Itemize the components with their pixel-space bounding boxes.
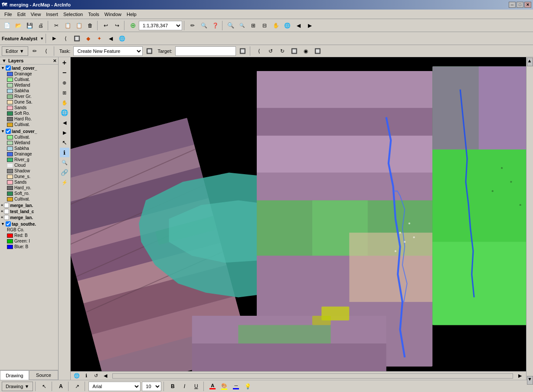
zoom-in-tool[interactable]: 🔍	[226, 20, 236, 31]
delete-btn[interactable]: 🗑	[85, 20, 95, 31]
layers-expand-icon[interactable]: ▼	[2, 58, 7, 63]
text-btn[interactable]: A	[56, 381, 66, 392]
help-btn[interactable]: ❓	[210, 20, 220, 31]
minimize-button[interactable]: ─	[509, 2, 516, 8]
land-cover-1-row[interactable]: ▼ land_cover_	[0, 65, 58, 71]
zoom-out-btn[interactable]: −	[60, 68, 69, 78]
info-status-btn[interactable]: ℹ	[82, 372, 91, 380]
fa-btn6[interactable]: ◀	[105, 33, 116, 44]
snap-btn6[interactable]: 🔲	[312, 46, 323, 56]
window-controls[interactable]: ─ □ ✕	[509, 2, 531, 8]
drawing-dropdown-btn[interactable]: Drawing ▼	[2, 382, 33, 391]
layer-hard-ro-2[interactable]: Hard_ro.	[6, 185, 58, 191]
expand-icon-2[interactable]: ▼	[1, 129, 5, 133]
tab-source[interactable]: Source	[29, 370, 58, 380]
merge-land-1-row[interactable]: + merge_lan.	[0, 202, 58, 208]
cut-btn[interactable]: ✂	[51, 20, 62, 31]
layer-red[interactable]: Red: B	[6, 233, 58, 238]
layer-soft-ro-2[interactable]: Soft_ro.	[6, 191, 58, 196]
fa-dropdown-arrow[interactable]: ▼	[40, 36, 44, 41]
layer-wetland-1[interactable]: Wetland	[6, 82, 58, 88]
expand-icon-ts[interactable]: ▼	[1, 222, 5, 226]
menu-edit[interactable]: Edit	[15, 11, 28, 18]
snap-btn1[interactable]: ⟨	[254, 46, 264, 56]
snap-btn3[interactable]: ↻	[277, 46, 288, 56]
forward-map-btn[interactable]: ▶	[60, 128, 69, 137]
find-map-btn[interactable]: 🔍	[60, 158, 69, 167]
layer-cultivat-gold-1[interactable]: Cultivat.	[6, 122, 58, 127]
snap-btn4[interactable]: 🔲	[289, 46, 299, 56]
undo-btn[interactable]: ↩	[101, 20, 111, 31]
full-extent-btn[interactable]: 🌐	[282, 20, 292, 31]
full-extent-map-btn[interactable]: ⊕	[60, 78, 69, 87]
globe-map-btn[interactable]: 🌐	[60, 108, 69, 117]
callout-btn[interactable]: ↗	[72, 381, 82, 392]
vscroll-down-btn[interactable]: ▼	[527, 376, 533, 380]
font-size-select[interactable]: 10	[142, 382, 161, 391]
target-input[interactable]	[175, 46, 236, 56]
layer-hard-ro-1[interactable]: Hard Ro.	[6, 116, 58, 122]
layer-river-g-2[interactable]: River_g	[6, 157, 58, 162]
font-select[interactable]: Arial	[88, 382, 141, 391]
shadow-btn[interactable]: 💡	[242, 381, 253, 392]
menu-insert[interactable]: Insert	[43, 11, 61, 18]
menu-window[interactable]: Window	[102, 11, 124, 18]
refresh-status-btn[interactable]: ↺	[92, 372, 100, 380]
add-data-btn[interactable]: ⊕	[128, 20, 138, 31]
globe-status-btn[interactable]: 🌐	[72, 372, 81, 380]
fa-btn3[interactable]: 🔲	[72, 33, 82, 44]
fill-color-btn[interactable]: 🎨	[219, 381, 229, 392]
fixed-zoom-in[interactable]: ⊞	[248, 20, 258, 31]
layer-soft-ro-1[interactable]: Soft Ro.	[6, 110, 58, 116]
edit-tool-btn[interactable]: ✏	[187, 20, 198, 31]
layer-sabkha-2[interactable]: Sabkha	[6, 146, 58, 151]
map-area[interactable]	[71, 57, 526, 371]
layer-dune-s-2[interactable]: Dune_s.	[6, 174, 58, 179]
layer-rgb[interactable]: RGB Co.	[6, 227, 58, 233]
target-options-btn[interactable]: 🔲	[237, 46, 248, 56]
layer-blue[interactable]: Blue: B	[6, 244, 58, 249]
tap-south-checkbox[interactable]	[6, 221, 11, 227]
nav-status-btn[interactable]: ◀	[101, 372, 110, 380]
task-options-btn[interactable]: 🔲	[144, 46, 154, 56]
fixed-zoom-out[interactable]: ⊟	[259, 20, 270, 31]
save-btn[interactable]: 💾	[24, 20, 35, 31]
layer-drainage-2[interactable]: Drainage	[6, 151, 58, 157]
pan-map-btn[interactable]: ✋	[60, 98, 69, 107]
identify-map-btn[interactable]: ℹ	[60, 148, 69, 157]
underline-btn[interactable]: U	[191, 381, 201, 392]
tap-south-row[interactable]: ▼ tap_southe.	[0, 221, 58, 227]
zoom-in-btn[interactable]: +	[60, 58, 69, 68]
land-cover-2-row[interactable]: ▼ land_cover_	[0, 128, 58, 134]
select-arrow-btn[interactable]: ↖	[60, 138, 69, 147]
forward-extent-btn[interactable]: ▶	[304, 20, 315, 31]
maximize-button[interactable]: □	[517, 2, 523, 8]
fa-btn1[interactable]: ▶	[49, 33, 59, 44]
open-btn[interactable]: 📂	[13, 20, 23, 31]
task-select[interactable]: Create New Feature	[73, 46, 143, 56]
layer-green[interactable]: Green: I	[6, 238, 58, 244]
paste-btn[interactable]: 📋	[74, 20, 84, 31]
edit-vertices-btn[interactable]: ⟨	[41, 46, 52, 56]
test-land-checkbox[interactable]	[4, 209, 9, 214]
redo-btn[interactable]: ↪	[112, 20, 122, 31]
layer-cultivat-2[interactable]: Cultivat.	[6, 134, 58, 140]
print-btn[interactable]: 🖨	[36, 20, 46, 31]
layer-drainage-1[interactable]: Drainage	[6, 71, 58, 77]
copy-btn[interactable]: 📋	[62, 20, 73, 31]
snap-btn5[interactable]: ◉	[301, 46, 311, 56]
hyperlink-map-btn[interactable]: 🔗	[60, 168, 69, 177]
line-color-btn[interactable]: ─	[231, 381, 241, 392]
fa-btn5[interactable]: ✦	[94, 33, 105, 44]
editor-dropdown-btn[interactable]: Editor ▼	[2, 46, 28, 56]
fa-btn2[interactable]: ⟨	[60, 33, 71, 44]
menu-tools[interactable]: Tools	[85, 11, 102, 18]
expand-icon-ml1[interactable]: +	[1, 203, 3, 207]
expand-icon-tl[interactable]: +	[1, 209, 3, 214]
new-btn[interactable]: 📄	[2, 20, 12, 31]
menu-file[interactable]: File	[2, 11, 15, 18]
land-cover-2-checkbox[interactable]	[6, 129, 11, 134]
layer-sabkha-1[interactable]: Sabkha	[6, 88, 58, 94]
merge-land-1-checkbox[interactable]	[4, 203, 9, 208]
fa-btn4[interactable]: ◆	[83, 33, 93, 44]
